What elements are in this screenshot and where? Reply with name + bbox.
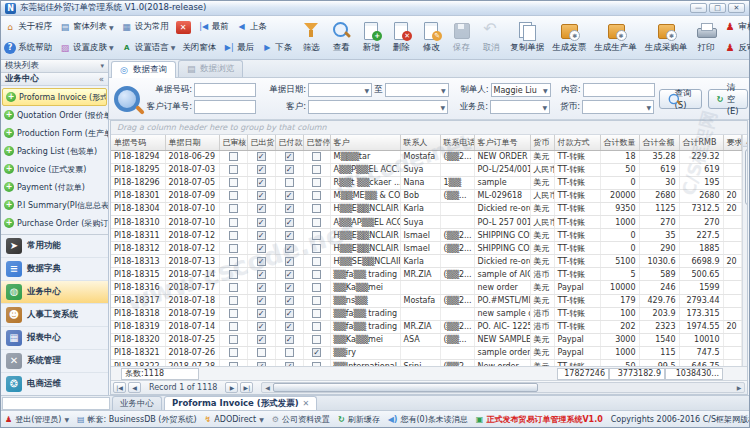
table-row[interactable]: PI18-183212018-07-26✓▒▒irysample order美元… (111, 346, 741, 359)
sidebar-nav-数据字典[interactable]: ≡数据字典 (1, 258, 108, 281)
sidebar-nav-人事工资系统[interactable]: ☻人事工资系统 (1, 304, 108, 327)
minimize-button[interactable]: — (690, 3, 707, 13)
doc-tab-业务中心[interactable]: 业务中心 (112, 396, 162, 410)
table-row[interactable]: PI18-182952018-07-03✓✓A▒▒P▒▒EL ACC...Suy… (111, 163, 741, 176)
sidebar-nav-系统管理[interactable]: ✕系统管理 (1, 350, 108, 373)
table-row[interactable]: PI18-183112018-07-12✓✓H▒▒E▒▒NCLAIRIsmael… (111, 229, 741, 242)
currency-select[interactable]: ▼ (582, 100, 654, 114)
toolbar-button-设为常用[interactable]: ▦设为常用 (121, 21, 169, 33)
scroll-left-arrow[interactable]: ◀ (262, 384, 272, 391)
table-row[interactable]: PI18-183172018-07-18✓✓▒▒ns▒▒Mostafa(▒▒2.… (111, 294, 741, 307)
sidebar-nav-常用功能[interactable]: ➤常用功能 (1, 235, 108, 258)
vertical-scroll-thumb[interactable] (745, 149, 748, 205)
toolbar-big-新增[interactable]: 新增 (356, 17, 386, 58)
toolbar-button-下条[interactable]: ▶下条 (261, 42, 292, 54)
toolbar-审核-button[interactable]: ♟审核 (724, 18, 750, 36)
table-row[interactable]: PI18-182942018-06-29✓✓M▒▒▒tarMostafa(▒▒2… (111, 150, 741, 163)
column-header-已付款[interactable]: 已付款 (275, 135, 303, 150)
column-header-合计金额[interactable]: 合计金额 (639, 135, 679, 150)
toolbar-big-修改[interactable]: 修改 (416, 17, 446, 58)
status-帐套: Business[interactable]: ▤帐套: BusinessDB (外贸系统) (77, 414, 197, 425)
column-header-客户[interactable]: 客户 (330, 135, 400, 150)
customer-select[interactable]: ▼ (308, 100, 448, 114)
column-header-单据号码[interactable]: 单据号码 (111, 135, 165, 150)
toolbar-button-设置语言[interactable]: A设置语言▼ (121, 42, 176, 54)
toolbar-反审-button[interactable]: ♟反审 (724, 39, 750, 57)
column-header-单据日期[interactable]: 单据日期 (165, 135, 219, 150)
toolbar-button-设置皮肤[interactable]: ▨设置皮肤▼ (59, 42, 114, 54)
horizontal-scrollbar[interactable]: ◀ ▶ (261, 382, 745, 393)
column-header-已出货[interactable]: 已出货 (247, 135, 275, 150)
toolbar-big-查看[interactable]: 查看 (326, 17, 356, 58)
column-header-联系人[interactable]: 联系人 (400, 135, 440, 150)
scroll-right-arrow[interactable]: ▶ (734, 384, 744, 391)
customer-po-input[interactable] (194, 100, 256, 114)
toolbar-big-复制单据[interactable]: 复制单据 (506, 17, 548, 58)
status-ADODirect[interactable]: ↯ADODirect▼ (205, 415, 264, 424)
table-row[interactable]: PI18-183202018-07-25✓✓▒▒Ka▒▒meiASA(▒▒...… (111, 333, 741, 346)
maker-select[interactable]: Maggie Liu▼ (491, 83, 551, 97)
content-input[interactable] (583, 83, 655, 97)
sidebar-module-item[interactable]: +Proforma Invoice (形式发票) (2, 88, 107, 106)
table-row[interactable]: PI18-183012018-07-09✓✓M▒▒ME▒▒ & COBob(▒▒… (111, 189, 741, 202)
tab-数据查询[interactable]: ◎数据查询 (111, 61, 176, 78)
prev-record-button[interactable]: ◀ (128, 382, 141, 393)
table-row[interactable]: PI18-183132018-07-13✓✓H▒▒SE▒▒NCLAIRKarla… (111, 255, 741, 268)
maximize-button[interactable]: □ (709, 3, 726, 13)
table-row[interactable]: PI18-183192018-07-14✓✓▒▒fa▒▒ trading L..… (111, 320, 741, 333)
toolbar-big-生成发票[interactable]: 生成发票 (548, 17, 590, 58)
toolbar-big-打印[interactable]: 打印 (691, 17, 721, 58)
column-header-已审核[interactable]: 已审核 (219, 135, 247, 150)
clear-button[interactable]: ↻清空(E) (708, 89, 748, 109)
sidebar-module-item[interactable]: +Production Form (生产单) (1, 124, 108, 142)
scroll-up-arrow[interactable]: ▲ (743, 135, 748, 147)
toolbar-big-生成生产单[interactable]: 生成生产单 (590, 17, 641, 58)
collapse-icon[interactable]: « (99, 74, 104, 84)
date-from-select[interactable]: ▼ (308, 83, 372, 97)
sidebar-module-item[interactable]: +Invoice (正式发票) (1, 160, 108, 178)
column-header-合计数量[interactable]: 合计数量 (600, 135, 639, 150)
table-row[interactable]: PI18-183152018-07-14✓✓▒▒fa▒▒ trading L..… (111, 268, 741, 281)
column-header-合计RMB[interactable]: 合计RMB (679, 135, 723, 150)
table-row[interactable]: PI18-183182018-07-19✓✓▒▒fa▒▒ trading L..… (111, 307, 741, 320)
salesman-select[interactable]: ▼ (490, 100, 550, 114)
status-正式发布贸易订单管理系统[interactable]: ▣正式发布贸易订单管理系统V1.0 (476, 414, 603, 425)
close-tab-icon[interactable]: ✕ (303, 399, 310, 408)
table-row[interactable]: PI18-182962018-07-05✓R▒▒t ▒▒ckaer ...Nan… (111, 176, 741, 189)
sidebar-module-item[interactable]: +Purchase Order (采购订单) (1, 214, 108, 232)
toolbar-button-最后[interactable]: ▶|最后 (223, 42, 254, 54)
tab-数据浏览[interactable]: ▤数据浏览 (178, 60, 243, 77)
toolbar-button-关于程序[interactable]: ⌂关于程序 (4, 21, 52, 33)
doc-tab-Proforma Invoice (形式发票)[interactable]: Proforma Invoice (形式发票)✕ (164, 396, 317, 410)
sidebar-module-item[interactable]: +P.I Summary(PI信息总表) (1, 196, 108, 214)
last-record-button[interactable]: ▶| (240, 382, 253, 393)
toolbar-big-筛选[interactable]: 筛选 (296, 17, 326, 58)
toolbar-button-关闭窗体[interactable]: 关闭窗体 (182, 42, 216, 54)
sidebar-module-item[interactable]: +Quotation Order (报价单) (1, 106, 108, 124)
sidebar-nav-报表中心[interactable]: ▦报表中心 (1, 327, 108, 350)
status-您有(0)条未读消息[interactable]: ◀)您有(0)条未读消息 (388, 414, 468, 425)
sidebar-nav-业务中心[interactable]: ◍业务中心 (1, 281, 108, 304)
table-row[interactable]: PI18-183102018-07-10✓✓A▒▒AP▒▒EL ACC...Su… (111, 215, 741, 228)
column-header-付款方式[interactable]: 付款方式 (554, 135, 600, 150)
toolbar-button-上条[interactable]: ◀上条 (236, 21, 267, 33)
table-row[interactable]: PI18-183042018-07-10✓✓H▒▒E▒▒NCLAIRKarlaD… (111, 202, 741, 215)
sidebar-module-item[interactable]: +Payment (付款单) (1, 178, 108, 196)
column-header-货币[interactable]: 货币 (530, 135, 554, 150)
status-Copyrights 2[interactable]: Copyrights 2006-2016 C/S框架网版权所有 (611, 414, 749, 425)
column-header-已暂停[interactable]: 已暂停 (303, 135, 330, 150)
search-button[interactable]: 查询(S) (659, 89, 702, 109)
first-record-button[interactable]: |◀ (113, 382, 126, 393)
status-公司资料设置[interactable]: ⚙公司资料设置 (272, 414, 330, 425)
horizontal-scroll-thumb[interactable] (273, 383, 538, 392)
table-row[interactable]: PI18-183122018-07-12✓✓H▒▒E▒▒NCLAIRIsmael… (111, 242, 741, 255)
pin-icon[interactable]: ▾ (100, 62, 104, 70)
vertical-scrollbar[interactable]: ▲ (742, 135, 748, 366)
toolbar-big-删除[interactable]: 删除 (386, 17, 416, 58)
close-button[interactable]: ✕ (728, 3, 745, 13)
next-record-button[interactable]: ▶ (225, 382, 238, 393)
sidebar-module-item[interactable]: +Packing List (包装单) (1, 142, 108, 160)
column-header-客户订单号[interactable]: 客户订单号 (474, 135, 530, 150)
toolbar-button-系统帮助[interactable]: ?系统帮助 (4, 42, 52, 54)
toolbar-button-close-form[interactable]: ✕ (176, 21, 191, 34)
